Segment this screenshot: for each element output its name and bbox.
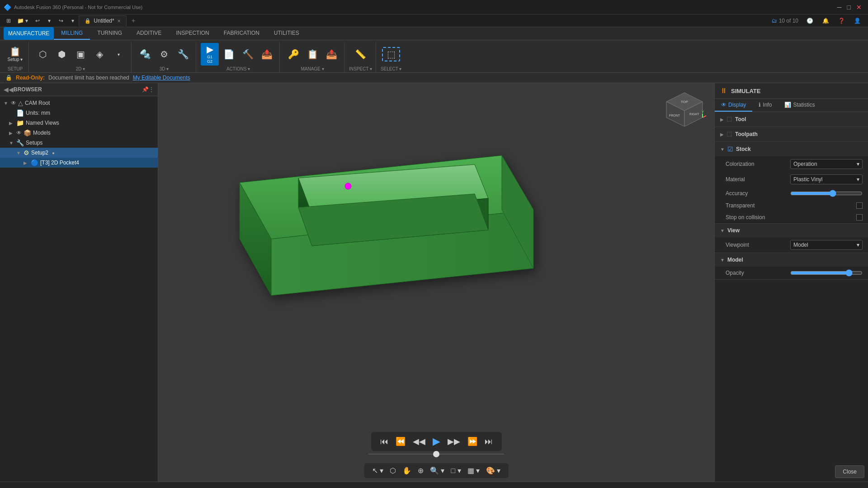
accuracy-property: Accuracy <box>715 187 868 200</box>
playback-rewind-button[interactable]: ◀◀ <box>411 436 427 447</box>
2d-dropdown-btn[interactable]: ▾ <box>109 50 127 59</box>
scrubber-track[interactable] <box>368 454 504 455</box>
tree-item-named-views[interactable]: ▶ 📁 Named Views <box>0 118 158 128</box>
file-menu-button[interactable]: 📁 ▾ <box>14 17 31 25</box>
browser-collapse-button[interactable]: ◀◀ <box>4 86 14 93</box>
accuracy-slider[interactable] <box>790 190 863 197</box>
sim-tab-statistics[interactable]: 📊 Statistics <box>778 99 821 112</box>
close-button[interactable]: ✕ <box>854 3 864 12</box>
viewpoint-select[interactable]: Model ▾ <box>790 240 863 250</box>
tree-item-2d-pocket4[interactable]: ▶ 🔵 [T3] 2D Pocket4 <box>0 158 158 168</box>
playback-play-button[interactable]: ▶ <box>431 435 442 448</box>
tab-milling[interactable]: MILLING <box>54 27 90 40</box>
stock-section-checkbox[interactable]: ☑ <box>727 145 733 153</box>
3d-btn-1[interactable]: 🔩 <box>136 48 154 61</box>
3d-btn-2[interactable]: ⚙ <box>155 48 173 61</box>
undo-dropdown-button[interactable]: ▾ <box>44 16 54 26</box>
3d-btn-3[interactable]: 🔧 <box>174 48 192 61</box>
playback-start-button[interactable]: ⏮ <box>378 436 390 447</box>
grid-button[interactable]: ▦ ▾ <box>465 465 482 476</box>
setup-button[interactable]: 📋 Setup ▾ <box>6 45 25 64</box>
tree-item-models[interactable]: ▶ 👁 📦 Models <box>0 128 158 138</box>
display-settings-button[interactable]: 🎨 ▾ <box>484 465 503 476</box>
colorization-select[interactable]: Operation ▾ <box>790 159 863 169</box>
view-section-header[interactable]: ▼ View <box>715 224 868 237</box>
scrubber-handle[interactable] <box>433 451 439 457</box>
notification-button[interactable]: 🔔 <box>819 16 833 26</box>
select-btn[interactable]: ⬚ <box>382 47 400 61</box>
stock-section-header[interactable]: ▼ ☑ Stock <box>715 142 868 156</box>
transparent-checkbox[interactable] <box>856 202 863 209</box>
new-tab-button[interactable]: ＋ <box>127 17 139 25</box>
actions-simulate-btn[interactable]: ▶G1G2 <box>201 43 219 66</box>
manufacture-menu-button[interactable]: MANUFACTURE <box>4 27 54 40</box>
editable-docs-link[interactable]: My Editable Documents <box>133 75 190 81</box>
tab-close-button[interactable]: ✕ <box>117 19 121 23</box>
viewport[interactable]: TOP FRONT RIGHT X Y ⏮ ⏪ ◀◀ ▶ ▶▶ ⏩ ⏭ <box>158 83 714 482</box>
toolpath-section-header[interactable]: ▶ ☐ Toolpath <box>715 127 868 141</box>
help-button[interactable]: ❓ <box>835 16 849 26</box>
2d-btn-4[interactable]: ◈ <box>90 48 108 61</box>
pan-button[interactable]: ✋ <box>400 465 414 476</box>
minimize-button[interactable]: ─ <box>835 3 844 12</box>
select-tool-button[interactable]: ↖ ▾ <box>370 465 386 476</box>
tab-utilities[interactable]: UTILITIES <box>267 27 307 40</box>
tab-turning[interactable]: TURNING <box>90 27 129 40</box>
orbit-button[interactable]: ⊕ <box>415 465 426 476</box>
tab-fabrication[interactable]: FABRICATION <box>217 27 267 40</box>
browser-expand-button[interactable]: ⋮ <box>149 86 154 93</box>
profile-button[interactable]: 👤 <box>850 16 864 26</box>
2d-btn-2[interactable]: ⬢ <box>52 48 71 61</box>
tab-title: Untitled* <box>94 18 114 24</box>
tree-item-setups[interactable]: ▼ 🔧 Setups <box>0 138 158 148</box>
tree-item-setup2[interactable]: ▼ ⚙ Setup2 ● <box>0 148 158 158</box>
playback-end-button[interactable]: ⏭ <box>483 436 495 447</box>
maximize-button[interactable]: □ <box>844 3 854 12</box>
manage-btn-3[interactable]: 📤 <box>322 48 340 61</box>
redo-dropdown-button[interactable]: ▾ <box>68 16 78 26</box>
undo-button[interactable]: ↩ <box>32 16 43 26</box>
tab-additive[interactable]: ADDITIVE <box>129 27 169 40</box>
ribbon-tabs: MANUFACTURE MILLING TURNING ADDITIVE INS… <box>0 27 868 40</box>
manage-btn-2[interactable]: 📋 <box>303 48 321 61</box>
zoom-button[interactable]: 🔍 ▾ <box>428 465 447 476</box>
model-section-header[interactable]: ▼ Model <box>715 253 868 267</box>
document-tab[interactable]: 🔒 Untitled* ✕ <box>79 15 126 26</box>
toolpath-section: ▶ ☐ Toolpath <box>715 127 868 142</box>
tree-item-cam-root[interactable]: ▼ 👁 △ CAM Root <box>0 98 158 108</box>
tab-inspection[interactable]: INSPECTION <box>169 27 216 40</box>
tree-item-units[interactable]: 📄 Units: mm <box>0 108 158 118</box>
stop-collision-checkbox[interactable] <box>856 214 863 221</box>
fit-view-button[interactable]: □ ▾ <box>448 465 463 476</box>
close-button[interactable]: Close <box>835 465 864 478</box>
tool-section-checkbox[interactable]: ☐ <box>726 116 732 123</box>
actions-btn-2[interactable]: 📄 <box>220 48 238 61</box>
readonly-status: Read-Only: <box>16 75 45 81</box>
actions-btn-4[interactable]: 📤 <box>258 48 276 61</box>
clock-button[interactable]: 🕐 <box>803 16 817 26</box>
2d-btn-3[interactable]: ▣ <box>71 48 90 61</box>
readonly-bar: 🔒 Read-Only: Document limit has been rea… <box>0 73 868 83</box>
actions-btn-3[interactable]: 🔨 <box>239 48 257 61</box>
browser-pin-button[interactable]: 📌 <box>142 86 149 93</box>
simulate-header-icon: ⏸ <box>720 87 727 95</box>
sim-tab-info[interactable]: ℹ Info <box>752 99 778 112</box>
manage-btn-1[interactable]: 🔑 <box>284 48 302 61</box>
grid-menu-button[interactable]: ⊞ <box>4 17 14 25</box>
select-icon: ⬚ <box>387 50 396 59</box>
playback-rewind-fast-button[interactable]: ⏪ <box>394 436 407 447</box>
opacity-slider[interactable] <box>790 269 863 277</box>
material-select[interactable]: Plastic Vinyl ▾ <box>790 174 863 184</box>
setup2-label: Setup2 <box>31 150 48 156</box>
playback-forward-fast-button[interactable]: ⏩ <box>466 436 479 447</box>
view-cube[interactable]: TOP FRONT RIGHT X Y <box>662 90 707 132</box>
origin-button[interactable]: ⬡ <box>387 465 398 476</box>
tool-section-header[interactable]: ▶ ☐ Tool <box>715 112 868 127</box>
playback-forward-button[interactable]: ▶▶ <box>446 436 462 447</box>
cam-root-eye-icon: 👁 <box>11 100 16 106</box>
inspect-btn-1[interactable]: 📏 <box>351 48 369 61</box>
2d-btn-1[interactable]: ⬡ <box>33 48 52 61</box>
sim-tab-display[interactable]: 👁 Display <box>715 99 752 112</box>
toolpath-section-checkbox[interactable]: ☐ <box>726 131 732 138</box>
redo-button[interactable]: ↪ <box>55 16 67 26</box>
